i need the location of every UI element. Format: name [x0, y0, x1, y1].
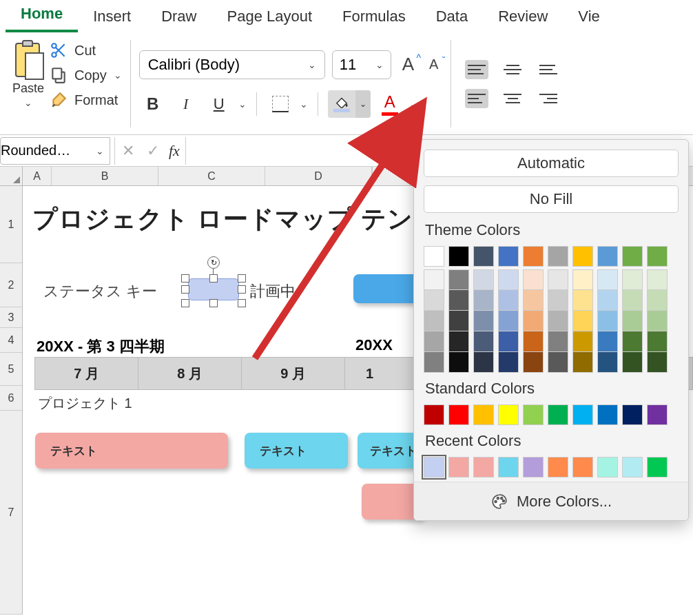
color-swatch[interactable] [498, 352, 519, 373]
color-swatch[interactable] [597, 331, 618, 352]
color-swatch[interactable] [647, 311, 668, 331]
color-swatch[interactable] [523, 311, 544, 331]
color-swatch[interactable] [523, 404, 544, 425]
align-center-button[interactable] [501, 89, 524, 108]
tab-data[interactable]: Data [421, 1, 483, 32]
color-swatch[interactable] [597, 352, 618, 373]
color-swatch[interactable] [647, 290, 668, 311]
format-painter-button[interactable]: Format [50, 91, 122, 109]
color-swatch[interactable] [448, 311, 469, 331]
color-swatch[interactable] [548, 352, 568, 373]
align-middle-button[interactable] [501, 60, 524, 79]
tab-home[interactable]: Home [6, 0, 78, 32]
color-swatch[interactable] [548, 404, 568, 425]
color-swatch[interactable] [424, 246, 444, 267]
color-swatch[interactable] [448, 352, 469, 373]
row-header[interactable]: 7 [0, 411, 22, 615]
paste-dropdown[interactable]: ⌄ [24, 97, 32, 108]
color-swatch[interactable] [498, 331, 519, 352]
color-swatch[interactable] [523, 269, 544, 290]
paste-button[interactable]: Paste ⌄ [12, 40, 44, 108]
resize-handle[interactable] [238, 274, 246, 283]
color-swatch[interactable] [498, 311, 519, 331]
color-swatch[interactable] [448, 331, 469, 352]
cut-button[interactable]: Cut [50, 41, 122, 59]
row-header[interactable]: 3 [0, 307, 22, 328]
font-size-select[interactable]: 11 ⌄ [332, 50, 391, 79]
color-swatch[interactable] [572, 352, 593, 373]
tab-formulas[interactable]: Formulas [327, 1, 421, 32]
color-swatch[interactable] [572, 404, 593, 425]
align-left-button[interactable] [465, 89, 488, 108]
more-colors-button[interactable]: More Colors... [414, 482, 688, 520]
color-swatch[interactable] [647, 404, 668, 425]
decrease-font-size-button[interactable]: Aˇ [425, 57, 442, 72]
color-swatch[interactable] [424, 352, 444, 373]
resize-handle[interactable] [238, 285, 246, 294]
row-header[interactable]: 1 [0, 186, 22, 263]
gantt-bar-cyan-2[interactable]: テキスト [358, 433, 420, 469]
tab-insert[interactable]: Insert [78, 1, 146, 32]
cancel-formula-button[interactable]: ✕ [122, 142, 134, 160]
color-swatch[interactable] [597, 246, 618, 267]
fill-color-dropdown[interactable]: ⌄ [355, 90, 371, 118]
column-header[interactable]: D [265, 167, 372, 185]
color-swatch[interactable] [572, 269, 593, 290]
color-swatch[interactable] [597, 404, 618, 425]
color-swatch[interactable] [548, 311, 568, 331]
color-swatch[interactable] [448, 404, 469, 425]
color-swatch[interactable] [473, 457, 494, 478]
tab-page-layout[interactable]: Page Layout [212, 1, 328, 32]
color-swatch[interactable] [622, 352, 643, 373]
resize-handle[interactable] [209, 274, 218, 283]
color-swatch[interactable] [622, 457, 643, 478]
color-swatch[interactable] [473, 331, 494, 352]
color-swatch[interactable] [647, 352, 668, 373]
align-top-button[interactable] [465, 60, 488, 79]
color-swatch[interactable] [647, 246, 668, 267]
row-header[interactable]: 6 [0, 386, 22, 411]
accept-formula-button[interactable]: ✓ [147, 142, 159, 160]
color-swatch[interactable] [424, 290, 444, 311]
increase-font-size-button[interactable]: A^ [398, 54, 418, 75]
color-swatch[interactable] [548, 331, 568, 352]
color-swatch[interactable] [498, 404, 519, 425]
select-all-corner[interactable] [0, 167, 23, 185]
underline-dropdown[interactable]: ⌄ [238, 99, 247, 110]
color-swatch[interactable] [473, 311, 494, 331]
no-fill-button[interactable]: No Fill [424, 185, 679, 213]
color-swatch[interactable] [523, 352, 544, 373]
column-header[interactable]: C [158, 167, 265, 185]
color-swatch[interactable] [448, 290, 469, 311]
borders-dropdown[interactable]: ⌄ [300, 99, 308, 110]
color-swatch[interactable] [523, 331, 544, 352]
underline-button[interactable]: U [205, 90, 233, 118]
color-swatch[interactable] [473, 404, 494, 425]
color-swatch[interactable] [498, 246, 519, 267]
color-swatch[interactable] [647, 457, 668, 478]
fill-color-button[interactable] [328, 90, 355, 118]
color-swatch[interactable] [473, 269, 494, 290]
bold-button[interactable]: B [139, 90, 167, 118]
font-color-dropdown[interactable]: ⌄ [409, 99, 417, 110]
color-swatch[interactable] [597, 311, 618, 331]
resize-handle[interactable] [181, 285, 189, 294]
resize-handle[interactable] [209, 299, 218, 307]
color-swatch[interactable] [523, 246, 544, 267]
copy-button[interactable]: Copy ⌄ [50, 66, 122, 84]
italic-button[interactable]: I [172, 90, 200, 118]
color-swatch[interactable] [424, 269, 444, 290]
color-swatch[interactable] [498, 457, 519, 478]
color-swatch[interactable] [597, 290, 618, 311]
font-name-select[interactable]: Calibri (Body) ⌄ [139, 50, 325, 79]
color-swatch[interactable] [548, 457, 568, 478]
column-header[interactable]: A [23, 167, 52, 185]
color-swatch[interactable] [572, 246, 593, 267]
color-swatch[interactable] [548, 269, 568, 290]
rotate-handle[interactable]: ↻ [207, 256, 220, 269]
color-swatch[interactable] [572, 290, 593, 311]
font-color-button[interactable]: A [376, 90, 404, 118]
align-bottom-button[interactable] [537, 60, 560, 79]
color-swatch[interactable] [622, 269, 643, 290]
row-header[interactable]: 5 [0, 353, 22, 386]
